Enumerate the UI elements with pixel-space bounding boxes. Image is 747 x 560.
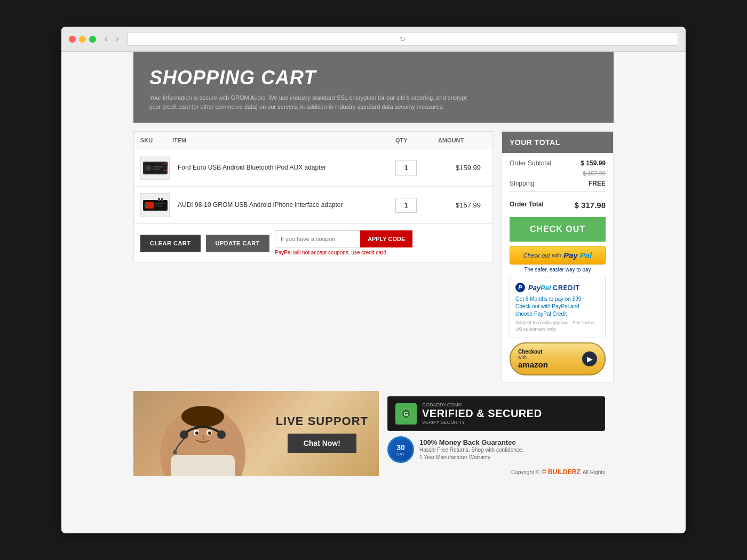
chat-now-button[interactable]: Chat Now! <box>288 434 356 453</box>
price-2: $157.99 <box>438 201 486 209</box>
amazon-with-text: with <box>518 355 548 360</box>
builderz-logo: © BUILDERZ <box>542 468 581 476</box>
cart-left: SKU ITEM QTY AMOUNT <box>133 131 493 382</box>
coupon-warning: PayPal will not accept coupons, use cred… <box>275 250 386 255</box>
shipping-value: FREE <box>589 180 606 187</box>
strike-row: $ 157.99 <box>510 170 606 177</box>
svg-point-18 <box>180 430 188 439</box>
coupon-area: APPLY CODE PayPal will not accept coupon… <box>275 230 486 255</box>
money-back-desc: Hassle Free Returns. Shop with confidenc… <box>419 446 523 461</box>
svg-point-11 <box>145 204 148 207</box>
paypal-credit-title-area: PayPal CREDIT <box>528 283 580 292</box>
coupon-input[interactable] <box>275 230 360 247</box>
trust-section: G GODADDY.COM® VERIFIED & SECURED VERIFY… <box>379 391 614 481</box>
svg-rect-12 <box>158 198 160 201</box>
subtotal-label: Order Subtotal <box>510 159 551 167</box>
svg-rect-5 <box>153 169 161 170</box>
svg-point-3 <box>147 167 149 169</box>
product-name-1: Ford Euro USB Android Bluetooth iPod AUX… <box>172 163 395 172</box>
subtotal-value: $ 159.99 <box>581 159 606 167</box>
traffic-lights <box>69 36 96 43</box>
table-row: AUDI 98-10 GROM USB Android iPhone inter… <box>134 187 492 223</box>
svg-rect-15 <box>171 455 235 476</box>
qty-cell-2: 1 <box>395 198 438 213</box>
money-back-guarantee: 30 DAY 100% Money Back Guarantee Hassle … <box>387 436 605 463</box>
svg-rect-9 <box>155 203 165 204</box>
paypal-credit-header: P PayPal CREDIT <box>515 283 600 292</box>
cart-main: SKU ITEM QTY AMOUNT <box>133 123 614 391</box>
shipping-row: Shipping FREE <box>510 180 606 187</box>
cart-subtitle: Your information is secure with GROM Aud… <box>149 93 470 111</box>
paypal-name-2: Pal <box>580 251 592 260</box>
browser-window: ‹ › ↻ SHOPPING CART Your information is … <box>61 27 686 533</box>
order-total-row: Order Total $ 317.98 <box>510 196 606 212</box>
total-panel: YOUR TOTAL Order Subtotal $ 159.99 $ 157… <box>502 131 614 382</box>
col-qty: QTY <box>395 137 438 143</box>
qty-input-2[interactable]: 1 <box>395 198 417 213</box>
cart-table: SKU ITEM QTY AMOUNT <box>133 131 493 224</box>
paypal-credit-fine: Subject to credit approval. See terms.US… <box>515 320 600 332</box>
clear-cart-button[interactable]: CLEAR CART <box>140 235 201 252</box>
amazon-btn-text: Checkout with amazon <box>518 349 548 369</box>
svg-text:G: G <box>404 411 408 417</box>
paypal-checkout-text: Check out <box>523 252 550 259</box>
paypal-checkout-button[interactable]: Check out with PayPal <box>510 246 606 265</box>
godaddy-main: VERIFIED & SECURED <box>422 407 597 420</box>
rights-text: All Rights <box>583 469 605 475</box>
cart-header: SHOPPING CART Your information is secure… <box>133 52 614 123</box>
svg-point-17 <box>181 406 224 427</box>
amazon-arrow-icon: ▶ <box>582 351 597 366</box>
apply-code-button[interactable]: APPLY CODE <box>360 230 412 247</box>
money-badge-icon: 30 DAY <box>387 436 414 463</box>
support-photo <box>133 391 261 476</box>
product-image-2 <box>140 193 170 217</box>
svg-rect-13 <box>161 198 163 201</box>
live-support-title: LIVE SUPPORT <box>276 414 368 428</box>
col-item: ITEM <box>172 137 395 143</box>
svg-point-24 <box>208 431 211 435</box>
total-header: YOUR TOTAL <box>502 132 613 153</box>
address-bar[interactable]: ↻ <box>128 32 678 46</box>
amazon-checkout-button[interactable]: Checkout with amazon ▶ <box>510 342 606 375</box>
paypal-credit-title: PayPal CREDIT <box>528 284 580 292</box>
subtotal-row: Order Subtotal $ 159.99 <box>510 159 606 167</box>
svg-point-23 <box>195 431 198 435</box>
price-1: $159.99 <box>438 164 486 172</box>
svg-rect-4 <box>153 166 163 167</box>
godaddy-badge[interactable]: G GODADDY.COM® VERIFIED & SECURED VERIFY… <box>387 396 605 431</box>
money-badge-days: 30 <box>396 443 405 452</box>
qty-cell-1: 1 <box>395 161 438 175</box>
support-content: LIVE SUPPORT Chat Now! <box>276 414 368 453</box>
table-header: SKU ITEM QTY AMOUNT <box>134 132 492 149</box>
update-cart-button[interactable]: UPDATE CART <box>206 235 270 252</box>
paypal-credit-desc: Get 6 Months to pay on $99+Check out wit… <box>515 295 600 318</box>
paypal-with-text: with <box>552 252 561 258</box>
forward-button[interactable]: › <box>113 33 122 45</box>
close-button[interactable] <box>69 36 76 43</box>
back-button[interactable]: ‹ <box>101 33 110 45</box>
page-wrapper: SHOPPING CART Your information is secure… <box>133 52 614 481</box>
svg-point-19 <box>217 430 226 439</box>
paypal-safer-text: The safer, easier way to pay <box>510 267 606 273</box>
money-back-title: 100% Money Back Guarantee <box>419 438 523 446</box>
total-body: Order Subtotal $ 159.99 $ 157.99 Shippin… <box>502 153 613 382</box>
paypal-credit-box[interactable]: P PayPal CREDIT Get 6 Months to pay on $… <box>510 277 606 338</box>
money-text: 100% Money Back Guarantee Hassle Free Re… <box>419 438 523 461</box>
amazon-name: amazon <box>518 360 548 369</box>
checkout-button[interactable]: CHECK OUT <box>510 217 606 242</box>
product-name-2: AUDI 98-10 GROM USB Android iPhone inter… <box>172 201 395 210</box>
qty-input-1[interactable]: 1 <box>395 161 417 175</box>
money-badge-day-label: DAY <box>396 452 405 457</box>
godaddy-top: GODADDY.COM® <box>422 402 597 407</box>
builderz-icon: © <box>542 468 546 476</box>
paypal-btn-inner: Check out with PayPal <box>514 251 601 260</box>
col-amount: AMOUNT <box>438 137 486 143</box>
maximize-button[interactable] <box>89 36 96 43</box>
minimize-button[interactable] <box>79 36 86 43</box>
strike-value: $ 157.99 <box>583 170 606 177</box>
godaddy-sub: VERIFY SECURITY <box>422 420 597 425</box>
col-sku: SKU <box>140 137 172 143</box>
svg-point-20 <box>173 450 177 454</box>
footer-copyright: Copyright © © BUILDERZ All Rights <box>387 468 605 476</box>
page-title: SHOPPING CART <box>149 67 598 89</box>
